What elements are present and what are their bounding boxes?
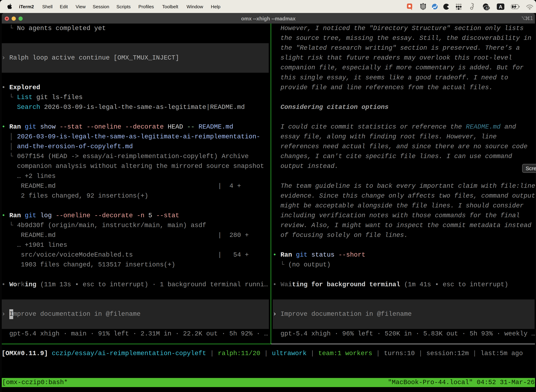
svg-text:A: A [499,4,502,9]
svg-text:..61: ..61 [483,6,490,10]
